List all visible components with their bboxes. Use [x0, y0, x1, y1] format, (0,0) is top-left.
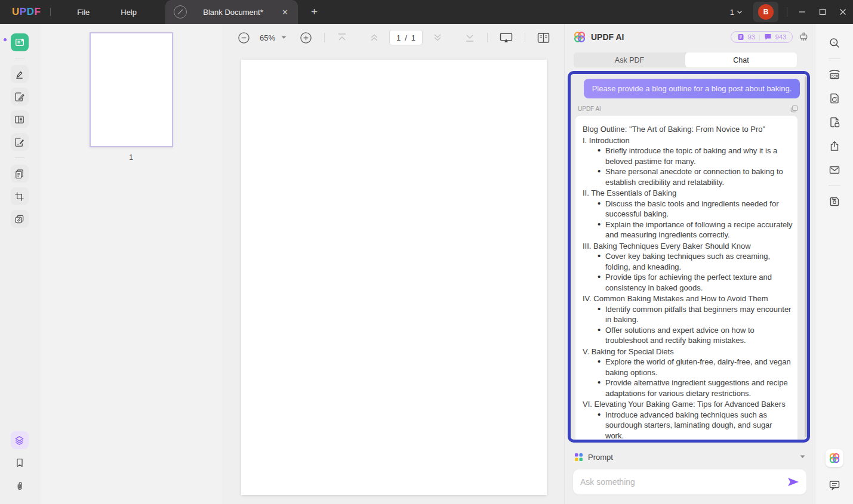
send-button[interactable]	[787, 477, 799, 487]
prompt-caret-button[interactable]	[800, 455, 805, 459]
tab-close-icon[interactable]: ✕	[279, 7, 291, 18]
svg-text:OCR: OCR	[830, 75, 837, 78]
caret-down-icon	[281, 36, 287, 39]
copy-icon	[790, 104, 799, 113]
save-icon	[829, 196, 840, 208]
ai-panel-header: UPDF AI 93 | 943	[565, 24, 815, 50]
response-line: I. Introduction	[575, 135, 793, 146]
organize-pages-button[interactable]	[11, 110, 29, 128]
response-line: Explain the importance of following a re…	[575, 219, 793, 240]
zoom-level-value[interactable]: 65%	[260, 33, 275, 42]
ai-credits-badge[interactable]: 93 | 943	[731, 31, 793, 43]
updf-ai-logo-icon	[573, 30, 586, 44]
send-icon	[787, 477, 799, 487]
crop-button[interactable]	[11, 187, 29, 205]
stamp-button[interactable]	[11, 210, 29, 228]
page-number-box[interactable]: 1 / 1	[389, 30, 423, 45]
fill-sign-button[interactable]	[11, 133, 29, 151]
ocr-button[interactable]: OCR	[825, 65, 844, 84]
document-credit-count: 93	[748, 33, 755, 41]
page-total: 1	[411, 33, 415, 42]
ai-response-card: Blog Outline: "The Art of Baking: From N…	[575, 116, 797, 443]
edit-pdf-button[interactable]	[11, 88, 29, 106]
edit-page-icon	[14, 91, 25, 103]
close-button[interactable]	[833, 0, 853, 24]
first-page-button[interactable]	[334, 30, 350, 45]
last-page-button[interactable]	[462, 30, 478, 45]
next-page-button[interactable]	[430, 30, 445, 45]
protect-button[interactable]	[825, 113, 844, 132]
bookmark-icon	[14, 457, 25, 468]
close-icon	[839, 8, 846, 16]
presentation-icon	[500, 32, 513, 44]
attachment-button[interactable]	[11, 477, 29, 494]
pdf-page[interactable]	[241, 60, 547, 495]
chat-credit-count: 943	[775, 33, 786, 41]
convert-button[interactable]	[825, 89, 844, 108]
layers-icon	[14, 435, 25, 446]
response-line: V. Baking for Special Diets	[575, 347, 793, 357]
updf-logo: UPDF	[12, 6, 41, 18]
prompt-selector[interactable]: Prompt	[574, 448, 805, 466]
zoom-dropdown[interactable]	[279, 33, 289, 42]
ai-panel-title: UPDF AI	[591, 32, 624, 42]
response-line: Briefly introduce the topic of baking an…	[575, 146, 793, 166]
ocr-icon: OCR	[828, 69, 841, 81]
response-line: Offer solutions and expert advice on how…	[575, 325, 793, 346]
save-button[interactable]	[825, 192, 844, 211]
feedback-bubble-icon	[829, 480, 840, 491]
updf-ai-logo-icon	[829, 452, 840, 464]
crop-icon	[14, 191, 25, 202]
maximize-icon	[819, 8, 826, 16]
rail-divider	[15, 157, 24, 158]
first-page-icon	[337, 33, 347, 42]
chat-credit-icon	[764, 33, 772, 41]
mail-button[interactable]	[825, 160, 844, 180]
layers-button[interactable]	[11, 431, 29, 449]
zoom-out-icon	[238, 32, 250, 44]
document-tab-title: Blank Document*	[187, 8, 279, 17]
prompt-label: Prompt	[588, 453, 613, 462]
tab-chat[interactable]: Chat	[685, 52, 797, 67]
share-icon	[829, 140, 840, 152]
search-button[interactable]	[825, 33, 844, 52]
feedback-button[interactable]	[825, 475, 844, 494]
zoom-out-button[interactable]	[235, 29, 252, 47]
prompt-grid-icon	[574, 453, 583, 462]
share-button[interactable]	[825, 137, 844, 156]
window-count-dropdown[interactable]: 1	[725, 5, 747, 19]
presentation-button[interactable]	[497, 30, 515, 46]
new-tab-button[interactable]: +	[307, 5, 321, 18]
right-tool-rail: OCR	[815, 24, 853, 504]
zoom-in-button[interactable]	[297, 29, 315, 47]
mail-icon	[829, 165, 840, 175]
document-tab[interactable]: Blank Document* ✕	[165, 0, 298, 24]
chat-scrollbar[interactable]	[805, 76, 807, 437]
zoom-in-icon	[300, 32, 312, 44]
last-page-icon	[464, 33, 475, 42]
bookmark-button[interactable]	[11, 454, 29, 472]
ask-input[interactable]	[580, 477, 787, 487]
previous-page-button[interactable]	[367, 30, 382, 45]
menu-help[interactable]: Help	[105, 0, 152, 24]
clear-chat-button[interactable]	[799, 32, 809, 42]
reader-mode-button[interactable]	[11, 33, 29, 51]
rail-divider	[15, 58, 24, 58]
copy-response-button[interactable]	[790, 104, 799, 113]
maximize-button[interactable]	[812, 0, 833, 24]
avatar: B	[758, 4, 774, 20]
reader-mode-icon	[14, 37, 25, 48]
page-tools-button[interactable]	[11, 165, 29, 183]
ai-tab-bar: Ask PDF Chat	[574, 52, 797, 67]
updf-ai-shortcut-button[interactable]	[826, 449, 843, 467]
reading-view-button[interactable]	[535, 30, 552, 46]
response-line: Share personal anecdote or connection to…	[575, 166, 793, 187]
page-thumbnail[interactable]	[90, 32, 173, 147]
document-tab-icon	[174, 5, 187, 18]
menu-file[interactable]: File	[61, 0, 105, 24]
annotate-button[interactable]	[11, 65, 29, 83]
tab-ask-pdf[interactable]: Ask PDF	[574, 52, 685, 67]
minimize-button[interactable]	[792, 0, 812, 24]
rail-divider	[829, 185, 840, 186]
account-button[interactable]: B	[753, 2, 778, 22]
